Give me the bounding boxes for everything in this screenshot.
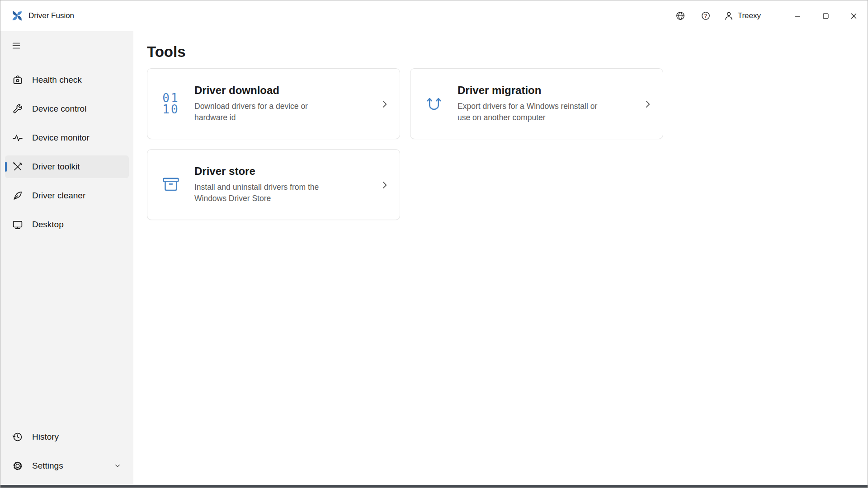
- person-icon: [724, 11, 734, 21]
- card-text: Driver store Install and uninstall drive…: [194, 165, 370, 204]
- close-icon: [851, 13, 857, 19]
- help-icon: ?: [701, 11, 711, 21]
- help-button[interactable]: ?: [693, 5, 718, 26]
- sidebar-item-label: Device control: [32, 104, 86, 114]
- sidebar-item-label: Driver cleaner: [32, 191, 85, 201]
- device-monitor-icon: [12, 132, 23, 143]
- app-logo-icon: [11, 10, 23, 22]
- svg-text:?: ?: [704, 13, 707, 19]
- app-window: Driver Fusion ?: [0, 0, 868, 488]
- maximize-button[interactable]: [811, 0, 840, 31]
- binary-line-bottom: 10: [162, 104, 179, 115]
- titlebar: Driver Fusion ?: [0, 0, 868, 31]
- card-driver-migration[interactable]: Driver migration Export drivers for a Wi…: [410, 68, 663, 139]
- card-driver-download[interactable]: 01 10 Driver download Download drivers f…: [147, 68, 400, 139]
- sidebar-item-label: Settings: [32, 461, 63, 471]
- app-body: Health check Device control: [0, 31, 868, 485]
- sidebar-item-desktop[interactable]: Desktop: [5, 213, 129, 236]
- sidebar-item-device-monitor[interactable]: Device monitor: [5, 127, 129, 149]
- card-description: Install and uninstall drivers from the W…: [194, 182, 370, 204]
- sidebar-item-label: Driver toolkit: [32, 162, 80, 172]
- sidebar-item-settings[interactable]: Settings: [5, 455, 129, 477]
- sidebar-item-label: Device monitor: [32, 133, 90, 143]
- card-description: Export drivers for a Windows reinstall o…: [458, 101, 633, 123]
- binary-digits-icon: 01 10: [157, 93, 184, 115]
- page-title: Tools: [147, 43, 868, 61]
- desktop-icon: [12, 219, 23, 230]
- history-icon: [12, 432, 23, 442]
- sidebar-bottom-items: History Settings: [0, 422, 133, 480]
- titlebar-left: Driver Fusion: [0, 10, 74, 22]
- tool-cards-grid: 01 10 Driver download Download drivers f…: [147, 68, 868, 220]
- account-name: Treexy: [738, 11, 761, 20]
- driver-toolkit-icon: [12, 161, 23, 172]
- globe-icon: [675, 11, 685, 21]
- health-check-icon: [12, 75, 23, 85]
- account-button[interactable]: Treexy: [718, 5, 766, 26]
- chevron-right-icon: [380, 99, 390, 109]
- minimize-icon: [795, 13, 801, 19]
- sidebar-nav-items: Health check Device control: [0, 66, 133, 239]
- app-title: Driver Fusion: [28, 11, 74, 20]
- migration-arrows-icon: [420, 93, 448, 115]
- card-title: Driver migration: [458, 84, 633, 97]
- settings-icon: [12, 460, 23, 471]
- card-text: Driver download Download drivers for a d…: [194, 84, 370, 123]
- sidebar: Health check Device control: [0, 31, 133, 485]
- titlebar-right: ? Treexy: [668, 0, 868, 31]
- sidebar-item-label: History: [32, 432, 59, 442]
- window-bottom-edge: [0, 485, 868, 488]
- binary-line-top: 01: [162, 93, 179, 104]
- maximize-icon: [823, 13, 829, 19]
- sidebar-item-device-control[interactable]: Device control: [5, 98, 129, 120]
- menu-toggle-button[interactable]: [6, 37, 27, 55]
- selected-accent-bar: [5, 162, 7, 172]
- card-text: Driver migration Export drivers for a Wi…: [458, 84, 633, 123]
- sidebar-item-label: Desktop: [32, 220, 64, 230]
- device-control-icon: [12, 103, 23, 114]
- driver-cleaner-icon: [12, 190, 23, 201]
- sidebar-item-driver-toolkit[interactable]: Driver toolkit: [5, 155, 129, 178]
- card-title: Driver store: [194, 165, 370, 178]
- store-box-icon: [157, 174, 184, 196]
- card-title: Driver download: [194, 84, 370, 97]
- sidebar-item-label: Health check: [32, 75, 82, 85]
- chevron-down-icon: [113, 462, 122, 470]
- hamburger-icon: [12, 41, 21, 50]
- sidebar-item-history[interactable]: History: [5, 426, 129, 448]
- chevron-right-icon: [643, 99, 653, 109]
- close-button[interactable]: [840, 0, 868, 31]
- card-description: Download drivers for a device or hardwar…: [194, 101, 370, 123]
- sidebar-item-driver-cleaner[interactable]: Driver cleaner: [5, 184, 129, 207]
- language-globe-button[interactable]: [668, 5, 693, 26]
- chevron-right-icon: [380, 180, 390, 190]
- minimize-button[interactable]: [783, 0, 811, 31]
- main-content: Tools 01 10 Driver download Download dri…: [133, 31, 868, 485]
- sidebar-item-health-check[interactable]: Health check: [5, 69, 129, 91]
- card-driver-store[interactable]: Driver store Install and uninstall drive…: [147, 149, 400, 220]
